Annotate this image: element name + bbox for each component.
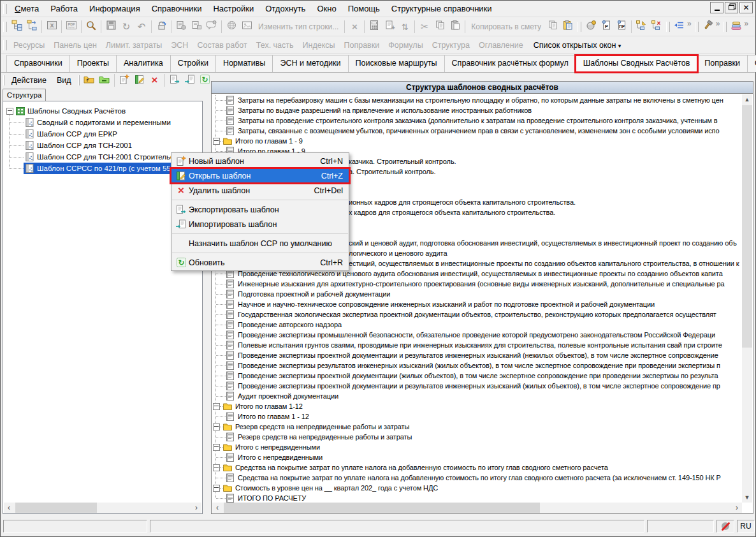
toolbar-overflow-chevron[interactable]: »	[716, 19, 720, 28]
actionbar-menu-2[interactable]: Вид	[52, 76, 76, 85]
restore-button[interactable]	[725, 2, 738, 13]
tree-collapse-box[interactable]	[213, 485, 220, 492]
context-menu-item-3[interactable]: ×Удалить шаблонCtrl+Del	[171, 183, 349, 198]
context-menu-item-4[interactable]: Экспортировать шаблон	[171, 202, 349, 217]
menu-item-8[interactable]: Помощь	[342, 1, 386, 17]
panel-toggle-11[interactable]: Оглавление	[474, 41, 528, 50]
tree-item-row[interactable]: Сводный с подитогами и переменными	[4, 117, 201, 128]
tab-2[interactable]: Проекты	[69, 55, 117, 72]
toolbar-button-doc-add[interactable]: +	[382, 19, 397, 34]
structure-folder-row[interactable]: Резерв средств на непредвиденные работы …	[213, 422, 741, 432]
tree-root-row[interactable]: Шаблоны Сводных Расчётов	[4, 105, 201, 117]
menu-item-4[interactable]: Справочники	[146, 1, 208, 17]
actionbar-menu-1[interactable]: Действие	[6, 76, 52, 85]
close-button[interactable]: ✕	[739, 2, 753, 13]
toolbar-button-doc-p[interactable]: P	[599, 19, 614, 34]
tab-6[interactable]: ЭСН и методики	[272, 55, 348, 72]
structure-item-row[interactable]: Итого с непредвиденными	[213, 452, 741, 462]
structure-folder-row[interactable]: Стоимость в уровне цен на __ квартал 202…	[213, 483, 741, 493]
panel-toggle-7[interactable]: Индексы	[298, 41, 340, 50]
tree-item-row[interactable]: Шаблон ССР для ТСН-2001	[4, 140, 201, 151]
menu-item-5[interactable]: Настройки	[207, 1, 259, 17]
toolbar-button-refresh-gray[interactable]: ↻	[119, 19, 134, 34]
structure-item-row[interactable]: ИТОГО ПО РАСЧЕТУ	[213, 493, 741, 503]
structure-item-row[interactable]: Средства на покрытие затрат по уплате на…	[213, 473, 741, 483]
right-horizontal-scrollbar[interactable]: ‹ ›	[212, 503, 742, 513]
panel-toggle-4[interactable]: ЭСН	[166, 41, 193, 50]
toolbar-button-tree-move[interactable]	[24, 19, 40, 34]
menu-item-7[interactable]: Окно	[311, 1, 342, 17]
minimize-button[interactable]	[710, 2, 723, 13]
toolbar-button-paste[interactable]	[447, 19, 463, 34]
menu-item-3[interactable]: Информация	[84, 1, 146, 17]
toolbar-button-tree-structure[interactable]	[9, 19, 24, 34]
structure-item-row[interactable]: Резерв средств на непредвиденные работы …	[213, 432, 741, 442]
scroll-right-icon[interactable]: ›	[191, 503, 201, 513]
tab-structure[interactable]: Структура	[3, 89, 46, 102]
panel-toggle-9[interactable]: Формулы	[384, 41, 427, 50]
action-button-new-template[interactable]	[117, 73, 132, 88]
scroll-left-icon[interactable]: ‹	[212, 503, 222, 513]
panel-toggle-8[interactable]: Поправки	[340, 41, 384, 50]
left-horizontal-scrollbar[interactable]: ‹ ›	[4, 503, 201, 513]
tab-10[interactable]: Поправки	[697, 55, 748, 72]
toolbar-button-copy[interactable]	[432, 19, 447, 34]
structure-item-row[interactable]: Проведение экспертизы проектной документ…	[213, 350, 741, 360]
right-vertical-scrollbar[interactable]: ▲ ▼	[742, 94, 752, 503]
toolbar-button-cut[interactable]: ✂	[417, 19, 432, 34]
open-windows-dropdown[interactable]: Список открытых окон ▾	[528, 41, 627, 50]
action-button-edit-template[interactable]	[132, 73, 147, 88]
toolbar-button-close-x[interactable]: ×	[347, 19, 362, 34]
scroll-up-icon[interactable]: ▲	[742, 94, 752, 105]
context-menu-item-6[interactable]: Назначить шаблон ССР по умолчанию	[171, 236, 349, 251]
tree-item[interactable]: Сводный с подитогами и переменными	[24, 117, 171, 128]
tab-1[interactable]: Справочники	[6, 55, 70, 72]
scrollbar-thumb[interactable]	[224, 503, 540, 513]
toolbar-overflow-chevron[interactable]: »	[687, 19, 692, 28]
toolbar-button-save[interactable]	[103, 19, 119, 34]
toolbar-button-server-settings[interactable]	[189, 19, 204, 34]
context-menu-item-5[interactable]: Импортировать шаблон	[171, 217, 349, 232]
tab-9[interactable]: Шаблоны Сводных Расчётов	[576, 55, 698, 72]
toolbar-button-comment-gear[interactable]	[204, 19, 219, 34]
tree-item[interactable]: Шаблон ССР для ЕРКР	[24, 128, 117, 140]
tab-3[interactable]: Аналитика	[116, 55, 171, 72]
toolbar-button-list-add[interactable]	[672, 19, 687, 34]
scroll-down-icon[interactable]: ▼	[742, 492, 752, 503]
action-button-export-template[interactable]	[167, 73, 182, 88]
toolbar-button-sort-updown[interactable]: ⇅	[397, 19, 412, 34]
action-button-import-template[interactable]	[182, 73, 198, 88]
scrollbar-thumb[interactable]	[742, 105, 752, 348]
scrollbar-thumb[interactable]	[15, 503, 97, 513]
structure-folder-row[interactable]: Итого по главам 1-12	[213, 401, 741, 411]
structure-item-row[interactable]: Итого по главам 1 - 12	[213, 411, 741, 422]
tree-collapse-box[interactable]	[213, 403, 220, 410]
toolbar-button-doc-pr[interactable]: ПР	[614, 19, 629, 34]
toolbar-grip[interactable]	[78, 75, 80, 85]
toolbar-button-calculator[interactable]	[367, 19, 382, 34]
context-menu-item-1[interactable]: Новый шаблонCtrl+N	[171, 154, 349, 168]
toolbar-button-hammer[interactable]	[701, 19, 716, 34]
toolbar-button-excel-export[interactable]: X	[44, 19, 59, 34]
toolbar-grip[interactable]	[3, 40, 7, 50]
structure-item-row[interactable]: Проведение экспертизы промышленной безоп…	[213, 330, 741, 340]
toolbar-button-paste-color[interactable]	[560, 19, 576, 34]
scroll-right-icon[interactable]: ›	[732, 503, 742, 513]
tab-8[interactable]: Справочник расчётных формул	[444, 55, 576, 72]
toolbar-button-books[interactable]	[729, 19, 744, 34]
toolbar-button-server-gear[interactable]	[173, 19, 189, 34]
toolbar-button-unlock[interactable]	[154, 19, 169, 34]
structure-folder-row[interactable]: Итого с непредвиденными	[213, 442, 741, 452]
structure-item-row[interactable]: Затраты на проведение строительного конт…	[213, 115, 741, 126]
tree-collapse-box[interactable]	[213, 464, 220, 471]
action-button-delete[interactable]: ×	[147, 73, 163, 88]
structure-item-row[interactable]: Полевые испытания грунтов сваями, провод…	[213, 340, 741, 350]
tab-4[interactable]: Стройки	[170, 55, 216, 72]
structure-item-row[interactable]: Научное и научно-техническое сопровожден…	[213, 299, 741, 309]
context-menu-item-7[interactable]: ↻ОбновитьCtrl+R	[171, 255, 349, 270]
toolbar-overflow-chevron[interactable]: »	[744, 19, 748, 28]
toolbar-button-tree-edit[interactable]	[634, 19, 649, 34]
toolbar-grip[interactable]	[3, 75, 4, 85]
tree-collapse-box[interactable]	[213, 423, 220, 430]
panel-toggle-5[interactable]: Состав работ	[193, 41, 251, 50]
